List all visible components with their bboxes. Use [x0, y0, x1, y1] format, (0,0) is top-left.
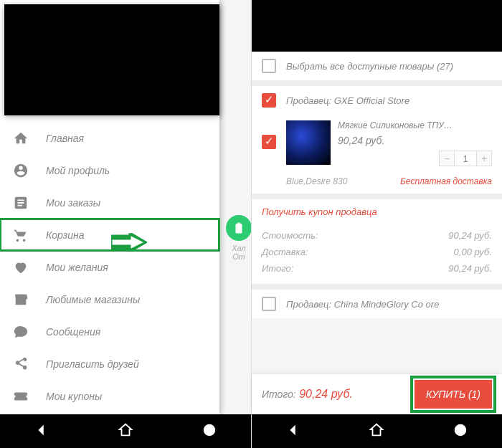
menu-label: Главная	[46, 133, 84, 144]
menu-fav-stores[interactable]: Любимые магазины	[0, 283, 219, 315]
store-icon	[13, 292, 29, 308]
checkbox-checked[interactable]	[262, 135, 276, 149]
nav-recent[interactable]	[202, 422, 217, 441]
android-navbar	[252, 414, 502, 448]
annotation-arrow-cart	[111, 233, 147, 254]
menu-label: Мои купоны	[46, 391, 102, 402]
qty-input[interactable]	[455, 151, 476, 166]
variant-text: Blue,Desire 830	[286, 176, 347, 186]
menu-coupons[interactable]: Мои купоны	[0, 380, 219, 412]
background-hint: Хал От	[226, 215, 252, 261]
select-all-label: Выбрать все доступные товары (27)	[286, 61, 453, 72]
svg-point-4	[203, 424, 215, 436]
menu-label: Мои желания	[46, 262, 108, 273]
menu-profile[interactable]: Мой профиль	[0, 154, 219, 186]
total-bar: Итого: 90,24 руб. КУПИТЬ (1)	[252, 374, 502, 414]
select-all-row[interactable]: Выбрать все доступные товары (27)	[252, 52, 502, 80]
total-amount: 90,24 руб.	[299, 388, 353, 400]
qty-minus[interactable]: −	[439, 151, 455, 166]
seller-label: Продавец: GXE Official Store	[286, 95, 409, 106]
coupon-icon	[13, 389, 29, 404]
product-title[interactable]: Мягкие Силиконовые ТПУ…	[338, 120, 492, 130]
heart-icon	[13, 259, 29, 275]
clipboard-icon	[226, 215, 252, 241]
chat-icon	[13, 324, 29, 340]
android-navbar	[0, 414, 251, 448]
menu-invite[interactable]: Пригласить друзей	[0, 348, 219, 380]
variation-row: Blue,Desire 830 Бесплатная доставка	[252, 172, 502, 194]
product-price: 90,24 руб.	[338, 135, 384, 146]
menu-cart[interactable]: Корзина	[0, 219, 219, 251]
menu-wishlist[interactable]: Мои желания	[0, 251, 219, 283]
seller-row-2[interactable]: Продавец: China MindeGlory Co ore	[252, 290, 502, 318]
product-thumbnail[interactable]	[286, 120, 331, 165]
checkbox-unchecked[interactable]	[262, 297, 276, 311]
get-coupon-link[interactable]: Получить купон продавца	[252, 199, 502, 224]
ship-label: Доставка:	[262, 247, 308, 257]
header-right	[252, 0, 502, 52]
qty-plus[interactable]: +	[476, 151, 492, 166]
nav-back[interactable]	[34, 422, 49, 441]
home-icon	[13, 130, 29, 146]
menu-label: Пригласить друзей	[46, 358, 139, 370]
nav-home[interactable]	[369, 422, 384, 441]
list-icon	[13, 195, 29, 211]
menu-label: Мои заказы	[46, 197, 100, 209]
cart-content: Выбрать все доступные товары (27) Продав…	[252, 52, 502, 414]
seller-label: Продавец: China MindeGlory Co ore	[286, 299, 439, 310]
menu-messages[interactable]: Сообщения	[0, 315, 219, 348]
total-label: Итого:	[262, 389, 296, 400]
nav-back[interactable]	[285, 422, 301, 441]
product-row: Мягкие Силиконовые ТПУ… 90,24 руб. − +	[252, 115, 502, 172]
menu-label: Любимые магазины	[46, 294, 140, 305]
cart-icon	[13, 227, 29, 243]
menu-label: Сообщения	[46, 326, 100, 338]
cost-label: Стоимость:	[262, 230, 318, 241]
total-value: 90,24 руб.	[448, 263, 492, 274]
menu-orders[interactable]: Мои заказы	[0, 186, 219, 219]
total-label: Итого:	[262, 263, 293, 274]
nav-drawer: Главная Мой профиль Мои заказы Корзина М…	[0, 0, 219, 414]
svg-point-6	[455, 424, 467, 436]
cost-value: 90,24 руб.	[448, 230, 492, 241]
ship-value: 0,00 руб.	[454, 247, 492, 257]
screen-right: Выбрать все доступные товары (27) Продав…	[251, 0, 502, 448]
summary-block: Стоимость:90,24 руб. Доставка:0,00 руб. …	[252, 224, 502, 284]
checkbox-checked[interactable]	[262, 93, 276, 108]
menu-label: Мой профиль	[46, 165, 110, 176]
quantity-stepper: − +	[439, 151, 492, 166]
seller-row-1[interactable]: Продавец: GXE Official Store	[252, 86, 502, 115]
menu-home[interactable]: Главная	[0, 122, 219, 154]
shipping-text: Бесплатная доставка	[400, 176, 492, 186]
buy-button[interactable]: КУПИТЬ (1)	[415, 380, 492, 409]
nav-recent[interactable]	[453, 422, 468, 441]
nav-home[interactable]	[118, 422, 133, 441]
checkbox-unchecked[interactable]	[262, 59, 276, 73]
screen-left: Хал От Главная Мой профиль Мои заказы Ко…	[0, 0, 251, 448]
share-icon	[13, 356, 29, 372]
drawer-header	[4, 4, 219, 115]
user-icon	[13, 163, 29, 178]
menu-label: Корзина	[46, 229, 84, 241]
